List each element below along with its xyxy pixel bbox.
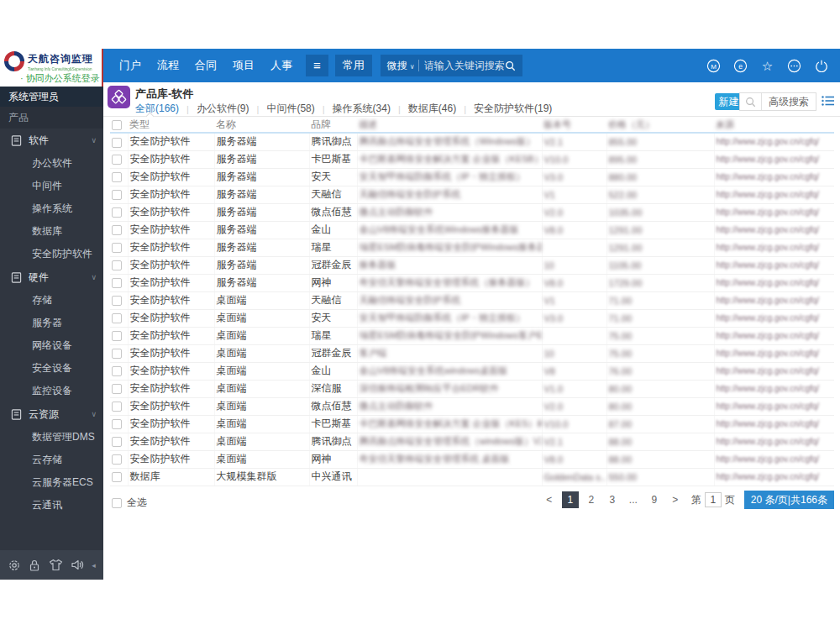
table-row[interactable]: 安全防护软件 桌面端 瑞星 瑞星ESM防病毒终端安全防护Windows客户端版 … [110, 327, 834, 344]
row-checkbox[interactable] [112, 260, 122, 270]
favorites-star-icon[interactable]: ☆ [760, 59, 774, 73]
table-row[interactable]: 安全防护软件 桌面端 网神 奇安信天擎终端安全管理系统 桌面版 V8.0 88.… [110, 450, 834, 468]
sidebar-section-product[interactable]: 产品 [0, 107, 103, 129]
table-row[interactable]: 安全防护软件 服务器端 金山 金山V8终端安全系统Windows服务器版 V8.… [110, 221, 834, 239]
nav-item-4[interactable]: 人事 [270, 58, 292, 73]
search-engine-label[interactable]: 微搜 [387, 59, 407, 73]
table-row[interactable]: 安全防护软件 服务器端 卡巴斯基 卡巴斯基网络安全解决方案 企业版（KESB）标… [110, 150, 834, 168]
row-checkbox[interactable] [112, 296, 122, 306]
row-checkbox[interactable] [112, 437, 122, 447]
row-checkbox[interactable] [112, 225, 122, 235]
nav-item-3[interactable]: 项目 [233, 58, 255, 73]
table-row[interactable]: 安全防护软件 桌面端 金山 金山V8终端安全系统windows桌面版 V8 76… [110, 362, 834, 380]
sidebar-item-1-0[interactable]: 存储 [0, 289, 103, 312]
sidebar-item-2-0[interactable]: 数据管理DMS [0, 426, 103, 449]
table-row[interactable]: 安全防护软件 桌面端 深信服 深信服终端检测响应平台EDR软件 V1.0 80.… [110, 380, 834, 397]
power-icon[interactable] [814, 59, 828, 73]
row-checkbox[interactable] [112, 331, 122, 341]
sidebar-item-1-3[interactable]: 安全设备 [0, 357, 103, 380]
page-button-3[interactable]: 3 [604, 491, 621, 508]
row-checkbox[interactable] [112, 419, 122, 429]
sidebar-item-1-1[interactable]: 服务器 [0, 312, 103, 334]
row-checkbox[interactable] [112, 207, 122, 218]
filter-tab-4[interactable]: 数据库(46) [408, 102, 456, 116]
page-size-selector[interactable]: 20 条/页|共166条 [744, 491, 834, 509]
table-row[interactable]: 安全防护软件 服务器端 安天 安天智甲终端防御系统（IP・独立授权） V3.0 … [110, 168, 834, 186]
filter-tab-5[interactable]: 安全防护软件(19) [474, 102, 552, 116]
row-checkbox[interactable] [112, 278, 122, 288]
filter-tab-3[interactable]: 操作系统(34) [333, 102, 391, 116]
search-icon[interactable] [740, 97, 761, 108]
sidebar-group-1[interactable]: 硬件∨ [0, 265, 103, 289]
table-row[interactable]: 安全防护软件 桌面端 卡巴斯基 卡巴斯基网络安全解决方案 企业版（KES）标准版… [110, 415, 834, 433]
page-button-...[interactable]: ... [625, 491, 642, 508]
row-checkbox[interactable] [112, 349, 122, 359]
settings-gear-icon[interactable] [8, 559, 21, 572]
table-row[interactable]: 安全防护软件 服务器端 网神 奇安信天擎终端安全管理系统（服务器版） V8.0 … [110, 274, 834, 291]
sidebar-group-0[interactable]: 软件∨ [0, 129, 103, 152]
select-all-checkbox[interactable] [112, 498, 122, 508]
sidebar-item-0-0[interactable]: 办公软件 [0, 152, 103, 175]
sidebar-item-2-3[interactable]: 云通讯 [0, 494, 103, 517]
table-row[interactable]: 安全防护软件 桌面端 天融信 天融信终端安全防护系统 V1 71.00 http… [110, 291, 834, 309]
filter-tab-2[interactable]: 中间件(58) [266, 102, 314, 116]
row-checkbox[interactable] [112, 155, 122, 165]
apps-menu-button[interactable]: ≡ [306, 55, 328, 76]
table-row[interactable]: 安全防护软件 桌面端 腾讯御点 腾讯御点终端安全管理系统（windows版）V2… [110, 433, 834, 450]
row-checkbox[interactable] [112, 243, 122, 253]
sidebar-item-1-4[interactable]: 监控设备 [0, 380, 103, 402]
nav-item-0[interactable]: 门户 [119, 58, 141, 73]
lock-icon[interactable] [29, 559, 40, 572]
more-icon[interactable] [787, 59, 801, 73]
page-jump-input[interactable] [705, 492, 722, 507]
page-button->[interactable]: > [667, 491, 684, 508]
table-row[interactable]: 安全防护软件 服务器端 腾讯御点 腾讯御点终端安全管理系统（Windows版） … [110, 133, 834, 150]
feedback-e-icon[interactable]: e [733, 59, 748, 73]
table-row[interactable]: 安全防护软件 桌面端 微点佰慧 微点主动防御软件 V2.0 80.00 http… [110, 397, 834, 415]
search-input[interactable] [424, 60, 505, 71]
sidebar-item-0-1[interactable]: 中间件 [0, 175, 103, 197]
filter-tab-1[interactable]: 办公软件(9) [197, 102, 249, 116]
row-checkbox[interactable] [112, 190, 122, 200]
sidebar-item-0-2[interactable]: 操作系统 [0, 197, 103, 220]
sidebar-item-0-4[interactable]: 安全防护软件 [0, 243, 103, 265]
list-view-icon[interactable] [822, 95, 835, 110]
sidebar-item-1-2[interactable]: 网络设备 [0, 334, 103, 357]
theme-shirt-icon[interactable] [49, 559, 63, 571]
pinned-tab-changyong[interactable]: 常用 [335, 55, 372, 76]
collapse-panel-icon[interactable]: ◂ [92, 561, 96, 570]
page-button-1[interactable]: 1 [562, 491, 579, 508]
page-button-<[interactable]: < [541, 491, 558, 508]
cell-description: 微点主动防御软件 [357, 203, 542, 221]
row-checkbox[interactable] [112, 384, 122, 394]
advanced-search-button[interactable]: 高级搜索 [761, 93, 816, 110]
sidebar-item-2-1[interactable]: 云存储 [0, 449, 103, 471]
row-checkbox[interactable] [112, 138, 122, 148]
page-button-2[interactable]: 2 [583, 491, 600, 508]
table-row[interactable]: 数据库 大规模集群版 中兴通讯 GoldenData s... 550.00 h… [110, 468, 834, 486]
row-checkbox[interactable] [112, 313, 122, 323]
message-m-icon[interactable]: M [706, 59, 721, 73]
table-row[interactable]: 安全防护软件 桌面端 安天 安天智甲终端防御系统（IP・独立授权） V3.0 7… [110, 309, 834, 327]
table-row[interactable]: 安全防护软件 服务器端 微点佰慧 微点主动防御软件 V2.0 1035.00 h… [110, 203, 834, 221]
sound-speaker-icon[interactable] [71, 559, 84, 571]
table-row[interactable]: 安全防护软件 桌面端 冠群金辰 客户端 10 75.00 http://www.… [110, 344, 834, 362]
table-row[interactable]: 安全防护软件 服务器端 瑞星 瑞星ESM防病毒终端安全防护Windows服务器版… [110, 239, 834, 256]
table-row[interactable]: 安全防护软件 服务器端 冠群金辰 服务器版 10 1105.00 http://… [110, 256, 834, 274]
row-checkbox[interactable] [112, 366, 122, 376]
row-checkbox[interactable] [112, 172, 122, 182]
table-row[interactable]: 安全防护软件 服务器端 天融信 天融信终端安全防护系统 V1 522.00 ht… [110, 186, 834, 203]
sidebar-item-2-2[interactable]: 云服务器ECS [0, 471, 103, 494]
row-checkbox[interactable] [112, 472, 122, 482]
filter-tab-0[interactable]: 全部(166) [135, 102, 179, 116]
search-icon[interactable] [505, 60, 516, 71]
row-checkbox[interactable] [112, 402, 122, 412]
nav-item-2[interactable]: 合同 [195, 58, 217, 73]
sidebar-item-0-3[interactable]: 数据库 [0, 220, 103, 243]
select-all-checkbox-header[interactable] [112, 120, 122, 130]
oa-login-link[interactable]: · 协同办公系统登录 [0, 72, 102, 85]
page-button-9[interactable]: 9 [646, 491, 663, 508]
row-checkbox[interactable] [112, 454, 122, 465]
sidebar-group-2[interactable]: 云资源∨ [0, 402, 103, 426]
nav-item-1[interactable]: 流程 [157, 58, 179, 73]
